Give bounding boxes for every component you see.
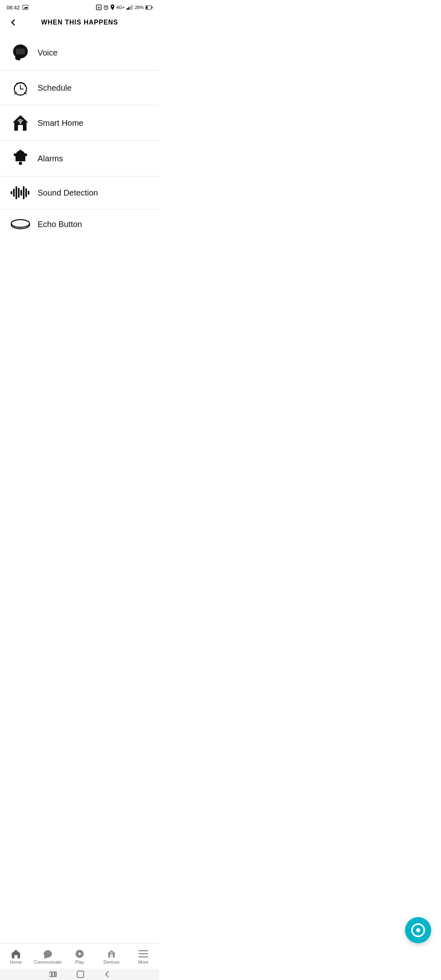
sound-detection-item[interactable]: Sound Detection (0, 176, 159, 209)
svg-rect-32 (11, 191, 12, 194)
svg-rect-22 (19, 82, 22, 83)
svg-point-29 (20, 150, 22, 152)
svg-point-44 (11, 220, 30, 227)
svg-rect-35 (18, 188, 20, 198)
echo-button-icon (10, 218, 31, 231)
svg-rect-34 (16, 186, 17, 199)
alarms-icon (10, 149, 31, 168)
network-type: 4G+ (116, 5, 125, 10)
svg-point-17 (17, 57, 20, 60)
smart-home-label: Smart Home (38, 118, 83, 128)
echo-button-item[interactable]: Echo Button (0, 209, 159, 239)
smart-home-icon (10, 114, 31, 132)
voice-icon (10, 43, 31, 62)
svg-rect-9 (128, 7, 129, 10)
svg-point-31 (24, 154, 27, 156)
sound-detection-label: Sound Detection (38, 188, 98, 198)
svg-rect-13 (152, 7, 153, 8)
page-header: WHEN THIS HAPPENS (0, 13, 159, 32)
status-time: 08:42 (7, 4, 20, 11)
svg-rect-11 (131, 5, 133, 10)
smart-home-item[interactable]: Smart Home (0, 105, 159, 141)
svg-rect-38 (25, 188, 27, 197)
signal-icon (127, 5, 133, 10)
svg-rect-18 (16, 49, 25, 54)
svg-rect-33 (13, 189, 15, 197)
location-icon (110, 4, 115, 10)
svg-rect-10 (130, 6, 131, 10)
status-bar: 08:42 N 4G+ 28% (0, 0, 159, 13)
svg-point-28 (19, 162, 22, 165)
voice-item[interactable]: Voice (0, 35, 159, 71)
svg-point-27 (20, 122, 21, 124)
page-title: WHEN THIS HAPPENS (41, 19, 118, 26)
voice-label: Voice (38, 48, 58, 58)
svg-text:N: N (98, 6, 100, 9)
alarm-status-icon (103, 5, 109, 10)
alarms-item[interactable]: Alarms (0, 141, 159, 176)
schedule-item[interactable]: Schedule (0, 71, 159, 105)
schedule-label: Schedule (38, 83, 71, 93)
svg-rect-26 (18, 125, 23, 131)
battery-icon (145, 5, 153, 10)
schedule-icon (10, 79, 31, 97)
svg-rect-39 (28, 191, 29, 195)
svg-line-6 (107, 5, 108, 6)
back-button[interactable] (7, 16, 20, 29)
svg-point-30 (14, 154, 17, 156)
svg-rect-36 (20, 190, 22, 196)
photo-icon (22, 5, 28, 10)
svg-rect-14 (146, 6, 148, 9)
nfc-icon: N (96, 4, 102, 10)
echo-button-label: Echo Button (38, 220, 82, 229)
svg-point-7 (112, 6, 114, 7)
sound-detection-icon (10, 185, 31, 201)
battery-percent: 28% (135, 5, 144, 10)
status-icons: N 4G+ 28% (96, 4, 153, 10)
svg-rect-8 (127, 8, 128, 10)
svg-line-5 (104, 5, 105, 6)
svg-rect-37 (23, 186, 24, 199)
alarms-label: Alarms (38, 154, 63, 163)
menu-list: Voice Schedule (0, 32, 159, 242)
